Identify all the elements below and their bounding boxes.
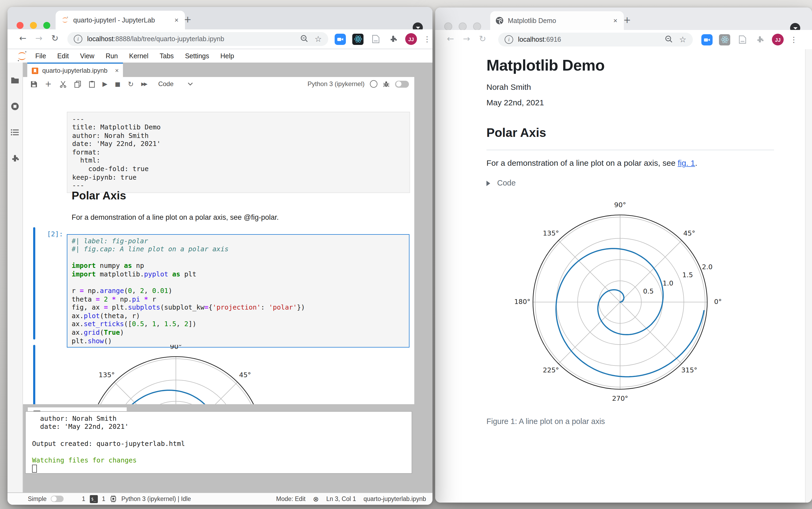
- restart-kernel-icon[interactable]: ↻: [128, 80, 134, 88]
- profile-avatar[interactable]: JJ: [772, 34, 784, 45]
- menu-file[interactable]: File: [35, 52, 46, 60]
- kernel-name[interactable]: Python 3 (ipykernel): [308, 80, 364, 88]
- back-icon[interactable]: ←: [447, 34, 454, 44]
- zoom-window-icon[interactable]: [43, 22, 50, 29]
- add-cell-icon[interactable]: +: [45, 79, 51, 89]
- terminal-icon: $_: [90, 495, 98, 503]
- puzzle-icon[interactable]: [7, 155, 23, 163]
- code-line: [72, 278, 409, 286]
- folder-icon[interactable]: [7, 76, 23, 84]
- puzzle-icon[interactable]: [754, 34, 766, 45]
- svg-text:270°: 270°: [612, 395, 628, 402]
- browser-tab[interactable]: quarto-jupyterl - JupyterLab ×: [56, 11, 185, 29]
- close-tab-icon[interactable]: ×: [612, 16, 619, 25]
- zoom-out-page-icon[interactable]: [665, 35, 672, 44]
- reload-icon[interactable]: ↻: [479, 34, 486, 44]
- address-bar[interactable]: i localhost:8888/lab/tree/quarto-jupyter…: [67, 32, 328, 46]
- new-tab-button[interactable]: +: [623, 14, 631, 25]
- globe-favicon-icon: [496, 16, 503, 25]
- cell-collapser[interactable]: [33, 227, 35, 340]
- close-tab-icon[interactable]: ×: [115, 67, 119, 74]
- zoom-icon[interactable]: [701, 34, 713, 45]
- menu-kernel[interactable]: Kernel: [129, 52, 148, 60]
- minimize-window-icon[interactable]: [30, 22, 37, 29]
- kernel-chip-icon: [110, 495, 117, 503]
- copy-icon[interactable]: [74, 80, 81, 88]
- simple-mode-label: Simple: [28, 496, 46, 502]
- svg-text:0.5: 0.5: [643, 287, 654, 295]
- forward-icon[interactable]: →: [463, 34, 470, 44]
- menu-settings[interactable]: Settings: [185, 52, 209, 60]
- terminal-line: Output created: quarto-jupyterlab.html: [32, 440, 412, 448]
- back-icon[interactable]: ←: [19, 33, 27, 43]
- svg-text:135°: 135°: [99, 371, 115, 379]
- jupyter-logo-icon: [16, 50, 28, 62]
- code-fold-toggle[interactable]: Code: [487, 178, 516, 187]
- save-icon[interactable]: [31, 80, 37, 88]
- traffic-lights[interactable]: [444, 23, 481, 31]
- menu-view[interactable]: View: [80, 52, 94, 60]
- url-path: :6916: [544, 36, 561, 43]
- react-icon[interactable]: [719, 34, 730, 45]
- traffic-lights[interactable]: [16, 22, 50, 29]
- site-info-icon[interactable]: i: [505, 35, 513, 44]
- url-path: :8888/lab/tree/quarto-jupyterlab.ipynb: [114, 35, 224, 43]
- close-window-icon[interactable]: [444, 23, 452, 31]
- stop-circle-icon[interactable]: [7, 102, 23, 111]
- reload-icon[interactable]: ↻: [51, 33, 59, 43]
- menu-help[interactable]: Help: [220, 52, 234, 60]
- notification-icon[interactable]: ⊗: [313, 495, 319, 503]
- yaml-raw-cell[interactable]: --- title: Matplotlib Demo author: Norah…: [67, 111, 410, 193]
- list-icon[interactable]: [7, 129, 23, 136]
- address-bar[interactable]: i localhost:6916 ☆: [498, 33, 693, 46]
- terminal-output[interactable]: author: Norah Smith date: 'May 22nd, 202…: [25, 411, 412, 473]
- statusbar-filename: quarto-jupyterlab.ipynb: [363, 496, 426, 502]
- zoom-window-icon[interactable]: [473, 23, 481, 31]
- menu-tabs[interactable]: Tabs: [160, 52, 174, 60]
- code-cell[interactable]: #| label: fig-polar#| fig.cap: A line pl…: [67, 234, 410, 347]
- code-line: #| label: fig-polar: [72, 237, 409, 245]
- svg-text:45°: 45°: [683, 229, 695, 237]
- scrollbar[interactable]: [805, 49, 812, 503]
- new-tab-button[interactable]: +: [184, 14, 191, 25]
- tab-title: Matplotlib Demo: [508, 17, 556, 24]
- figure-link[interactable]: fig. 1: [677, 158, 695, 167]
- menu-edit[interactable]: Edit: [57, 52, 69, 60]
- bug-icon[interactable]: [383, 80, 390, 88]
- browser-tab[interactable]: Matplotlib Demo ×: [490, 11, 624, 30]
- simple-mode-toggle[interactable]: [51, 496, 64, 502]
- run-icon[interactable]: ▶: [102, 80, 107, 88]
- toolbar-toggle[interactable]: [395, 80, 409, 88]
- bookmark-star-icon[interactable]: ☆: [315, 34, 322, 44]
- react-icon[interactable]: [352, 33, 363, 45]
- terminal-line: [32, 431, 412, 440]
- cursor-position[interactable]: Ln 3, Col 1: [326, 496, 356, 502]
- profile-avatar[interactable]: JJ: [405, 33, 417, 45]
- browser-menu-icon[interactable]: ⋮: [423, 35, 431, 43]
- forward-icon[interactable]: →: [35, 33, 42, 43]
- close-window-icon[interactable]: [16, 22, 24, 29]
- mode-indicator[interactable]: Mode: Edit: [276, 496, 306, 502]
- browser-menu-icon[interactable]: ⋮: [790, 35, 798, 44]
- document-icon[interactable]: [737, 34, 748, 45]
- kernel-status[interactable]: Python 3 (ipykernel) | Idle: [121, 496, 191, 502]
- output-collapser[interactable]: [33, 345, 35, 406]
- menu-run[interactable]: Run: [106, 52, 118, 60]
- paste-icon[interactable]: [89, 80, 95, 88]
- bookmark-star-icon[interactable]: ☆: [679, 35, 686, 44]
- cut-icon[interactable]: [59, 80, 67, 88]
- zoom-icon[interactable]: [334, 33, 346, 45]
- code-line: import matplotlib.pyplot as plt: [72, 270, 409, 278]
- notebook-tab[interactable]: quarto-jupyterlab.ipynb ×: [27, 63, 123, 77]
- close-tab-icon[interactable]: ×: [173, 16, 180, 24]
- minimize-window-icon[interactable]: [459, 23, 467, 31]
- cell-type-select[interactable]: Code: [158, 80, 173, 88]
- svg-text:2.0: 2.0: [702, 263, 713, 271]
- run-all-icon[interactable]: ▶▶: [141, 81, 146, 87]
- site-info-icon[interactable]: i: [74, 35, 82, 43]
- stop-icon[interactable]: ■: [115, 80, 120, 88]
- menu-items: FileEditViewRunKernelTabsSettingsHelp: [35, 52, 245, 60]
- zoom-out-page-icon[interactable]: [300, 34, 308, 43]
- document-icon[interactable]: [370, 33, 381, 45]
- puzzle-icon[interactable]: [388, 33, 399, 45]
